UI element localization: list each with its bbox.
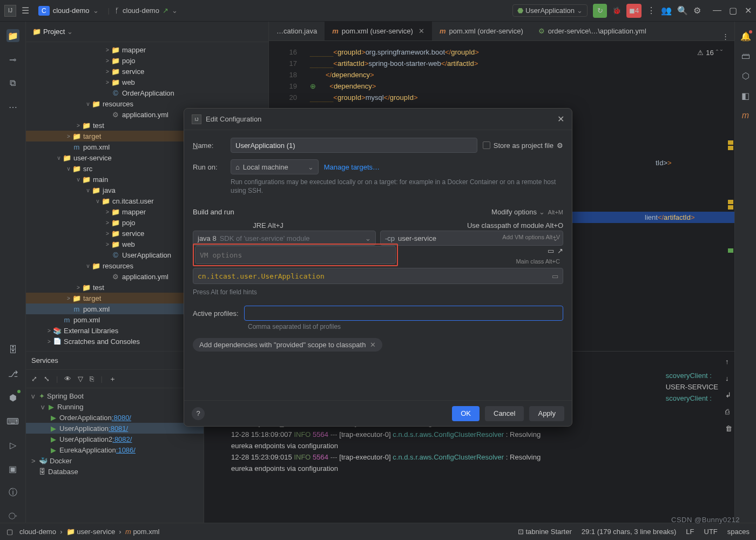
plugin-icon[interactable]: ◧ [741,91,750,101]
tree-row[interactable]: >📁web [26,77,268,87]
manage-targets-link[interactable]: Manage targets… [324,163,380,171]
services-node-running[interactable]: v▶Running [26,401,204,412]
database-tool-icon[interactable]: 🗄 [6,343,19,356]
store-as-project-file[interactable]: Store as project file ⚙ [483,141,563,150]
clear-icon[interactable]: 🗑 [725,423,732,434]
collapse-icon[interactable]: ⤡ [44,375,50,383]
project-tool-icon[interactable]: 📁 [6,29,19,42]
close-icon[interactable]: ✕ [745,5,752,16]
close-dialog-icon[interactable]: ✕ [557,114,564,124]
structure-tool-icon[interactable]: ⧉ [6,77,19,90]
run-button[interactable]: ↻ [593,4,607,18]
jdk-hint: SDK of 'user-service' module [220,234,310,242]
maximize-icon[interactable]: ▢ [729,5,737,16]
indent[interactable]: spaces [727,528,750,536]
tab-label: pom.xml (user-service) [342,27,413,35]
tree-row[interactable]: ©OrderApplication [26,87,268,98]
maven-icon[interactable]: m [742,111,749,120]
add-provided-deps-chip[interactable]: Add dependencies with "provided" scope t… [193,338,382,352]
chevron-down-icon: ⌄ [365,234,371,242]
main-class-field[interactable]: cn.itcast.user.UserApplication ▭ [193,268,563,284]
service-app-row[interactable]: ▶UserApplication2 :8082/ [26,434,204,444]
tab-app-yml[interactable]: ⚙ order-service\…\application.yml [531,21,654,40]
encoding[interactable]: UTF [704,528,718,536]
service-app-row[interactable]: ▶OrderApplication :8080/ [26,412,204,423]
tree-row[interactable]: >📁pojo [26,55,268,66]
overview-ruler[interactable] [726,43,733,346]
soft-wrap-icon[interactable]: ↲ [725,389,732,401]
search-icon[interactable]: 🔍 [677,5,688,16]
expand-field-icon[interactable]: ▭ [548,247,554,255]
screenshot-icon[interactable]: ⎙ [725,406,732,417]
chip-label: Add dependencies with "provided" scope t… [199,341,366,349]
services-header[interactable]: Services [26,352,204,370]
gear-icon[interactable]: ⚙ [557,141,563,150]
services-node-docker[interactable]: >🐳Docker [26,455,204,466]
tree-row[interactable]: v📁resources [26,98,268,109]
group-icon[interactable]: ⎘ [90,375,94,383]
tab-cation-java[interactable]: …cation.java [269,21,325,40]
caret-position[interactable]: 29:1 (179 chars, 3 line breaks) [582,528,677,536]
close-tab-icon[interactable]: ✕ [418,27,424,35]
modify-options-link[interactable]: Modify options ⌄ [491,208,544,216]
add-icon[interactable]: ＋ [109,374,116,384]
services-tool-icon[interactable]: ⬢ [6,391,19,404]
run-config-selector[interactable]: ⬣ UserApplication ⌄ [512,4,588,17]
line-separator[interactable]: LF [686,528,694,536]
browse-icon[interactable]: ▭ [552,272,558,280]
minimize-icon[interactable]: — [713,5,721,16]
stop-icon: ◼ [629,6,635,15]
debug-button[interactable]: 🐞 [612,6,621,15]
ai-icon[interactable]: ⬡ [742,71,750,81]
remove-chip-icon[interactable]: ✕ [370,341,376,349]
stop-button[interactable]: ◼4 [626,4,642,18]
expand-icon[interactable]: ⤢ [31,375,37,383]
apply-button[interactable]: Apply [529,406,564,421]
services-tree[interactable]: v✦Spring Boot v▶Running ▶OrderApplicatio… [26,388,204,479]
code-with-me-icon[interactable]: 👥 [661,5,672,16]
services-node-database[interactable]: 🗄Database [26,466,204,477]
project-header[interactable]: 📁 Project ⌄ [26,22,268,42]
home-icon: ⌂ [235,163,240,171]
scroll-up-icon[interactable]: ↑ [725,356,732,367]
more-tool-icon[interactable]: ⋯ [6,100,19,113]
tree-row[interactable]: >📁mapper [26,44,268,55]
cancel-button[interactable]: Cancel [485,406,524,421]
tree-row[interactable]: >📁service [26,66,268,77]
scroll-down-icon[interactable]: ↓ [725,373,732,384]
run-on-label: Run on: [193,163,225,171]
checkbox-icon[interactable] [483,141,490,149]
breadcrumb[interactable]: cloud-demo › 📁 user-service › m pom.xml [19,528,160,536]
service-app-row[interactable]: ▶UserApplication :8081/ [26,423,204,434]
vcs-branch[interactable]: ᚶ cloud-demo ↗ ⌄ [115,6,178,15]
help-button[interactable]: ? [192,407,205,420]
ok-button[interactable]: OK [452,406,480,421]
tab-pom-order[interactable]: m pom.xml (order-service) [432,21,531,40]
main-menu-icon[interactable]: ☰ [22,5,29,16]
commit-tool-icon[interactable]: ⊸ [6,53,19,66]
open-new-icon[interactable]: ↗ [557,247,563,255]
statusbar-tool-icon[interactable]: ▢ [6,528,13,536]
settings-icon[interactable]: ⚙ [693,5,701,16]
git-tool-icon[interactable]: ⧂ [6,510,19,523]
service-app-row[interactable]: ▶EurekaApplication :1086/ [26,444,204,455]
notifications-icon[interactable]: 🔔 [740,31,751,42]
build-tool-icon[interactable]: ▣ [6,462,19,475]
problems-tool-icon[interactable]: ⓘ [6,486,19,499]
project-selector[interactable]: C cloud-demo ⌄ [35,4,103,17]
more-icon[interactable]: ⋮ [647,5,656,16]
run-on-select[interactable]: ⌂ Local machine ⌄ [231,159,319,174]
vm-options-field[interactable] [195,246,396,264]
terminal-tool-icon[interactable]: ⌨ [6,415,19,428]
filter-icon[interactable]: ▽ [78,375,83,383]
name-field[interactable] [231,138,477,153]
show-icon[interactable]: 👁 [64,375,71,383]
services-node-springboot[interactable]: v✦Spring Boot [26,390,204,401]
vcs-tool-icon[interactable]: ⎇ [6,367,19,380]
run-tool-icon[interactable]: ▷ [6,438,19,451]
db-right-icon[interactable]: 🗃 [741,51,750,61]
tab-pom-user[interactable]: m pom.xml (user-service) ✕ [325,21,432,40]
tabnine-status[interactable]: ⊡ tabnine Starter [518,528,572,536]
active-profiles-field[interactable] [244,306,563,321]
tab-overflow[interactable]: ⋮ [722,32,734,40]
